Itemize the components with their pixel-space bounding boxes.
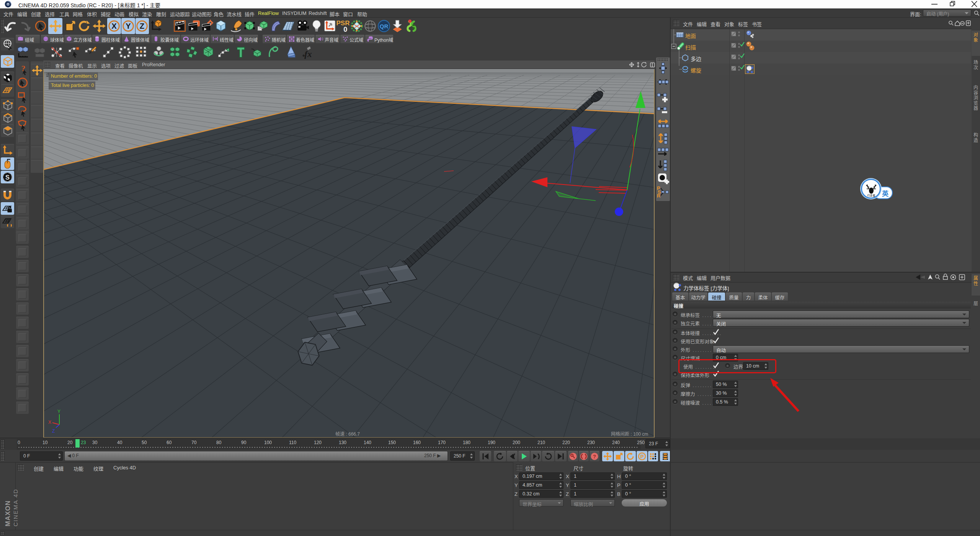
svg-text:Z: Z bbox=[52, 428, 55, 434]
svg-text:?: ? bbox=[593, 454, 596, 459]
svg-text:行走者: 行走者 bbox=[867, 194, 875, 197]
svg-text:P: P bbox=[640, 454, 644, 459]
svg-text:X: X bbox=[48, 420, 51, 425]
svg-text:Y: Y bbox=[57, 409, 60, 414]
svg-text:R: R bbox=[657, 193, 661, 199]
